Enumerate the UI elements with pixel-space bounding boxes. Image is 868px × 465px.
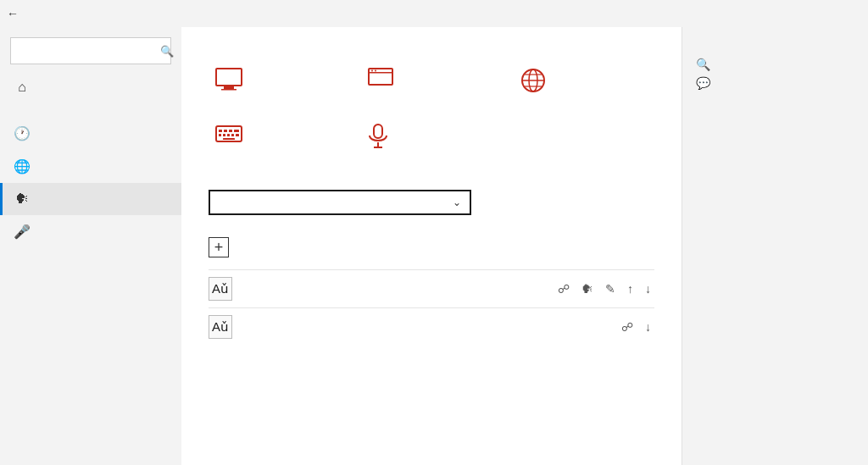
- extra-actions-section: 🔍 💬: [696, 58, 854, 90]
- tile-speech[interactable]: [361, 117, 497, 169]
- language-entry-english: Aǔ ☍ 🗣 ✎ ↑ ↓: [209, 269, 654, 307]
- svg-rect-19: [227, 134, 230, 136]
- feedback-icon: 💬: [696, 76, 710, 90]
- move-down-button-viet[interactable]: ↓: [642, 318, 654, 335]
- vietnamese-lang-actions: ☍ ↓: [618, 318, 654, 335]
- svg-rect-2: [221, 89, 236, 91]
- monitor-icon: [215, 68, 337, 97]
- options-button-viet[interactable]: ☍: [618, 318, 637, 335]
- window-icon: [368, 68, 490, 95]
- move-up-button[interactable]: ↑: [624, 280, 637, 297]
- english-lang-actions: ☍ 🗣 ✎ ↑ ↓: [554, 280, 654, 297]
- tile-apps-websites[interactable]: [361, 61, 497, 113]
- display-language-dropdown-wrapper: ⌄: [209, 190, 471, 215]
- svg-rect-17: [219, 134, 221, 136]
- display-language-dropdown[interactable]: ⌄: [209, 190, 471, 215]
- sidebar-search[interactable]: 🔍: [10, 37, 171, 64]
- tile-windows-display[interactable]: [209, 61, 344, 113]
- globe-icon: 🌐: [14, 158, 31, 174]
- title-bar-controls: [744, 0, 861, 27]
- svg-rect-5: [371, 70, 373, 72]
- chevron-down-icon: ⌄: [453, 197, 461, 208]
- home-icon: ⌂: [14, 80, 31, 95]
- sidebar-section-header: [0, 103, 181, 117]
- preferred-languages-section: + Aǔ ☍ 🗣 ✎ ↑ ↓ Aǔ ☍: [209, 232, 654, 346]
- language-entry-vietnamese: Aǔ ☍ ↓: [209, 307, 654, 346]
- svg-rect-23: [374, 125, 382, 138]
- close-button[interactable]: [822, 0, 861, 27]
- right-panel: 🔍 💬: [682, 27, 868, 465]
- restore-button[interactable]: [783, 0, 822, 27]
- speech-button[interactable]: 🗣: [578, 280, 597, 297]
- sidebar-item-home[interactable]: ⌂: [0, 71, 181, 103]
- tile-keyboard[interactable]: [209, 117, 344, 169]
- search-input[interactable]: [18, 45, 160, 58]
- options-button[interactable]: ☍: [554, 280, 573, 297]
- svg-rect-14: [224, 130, 227, 132]
- minimize-button[interactable]: [744, 0, 783, 27]
- title-bar: ←: [0, 0, 868, 27]
- svg-rect-15: [229, 130, 232, 132]
- speech-icon: 🎤: [14, 224, 31, 240]
- svg-rect-4: [369, 72, 392, 74]
- sidebar-item-language[interactable]: 🗣: [0, 183, 181, 215]
- svg-rect-21: [236, 134, 239, 136]
- add-language-button[interactable]: +: [209, 232, 654, 263]
- sidebar-item-datetime[interactable]: 🕐: [0, 117, 181, 150]
- svg-rect-1: [224, 86, 234, 89]
- svg-rect-22: [223, 138, 235, 140]
- sidebar-item-speech[interactable]: 🎤: [0, 215, 181, 248]
- main-content: ⌄ + Aǔ ☍ 🗣 ✎ ↑ ↓: [181, 27, 682, 465]
- get-help-item: 🔍: [696, 58, 854, 71]
- sidebar: 🔍 ⌂ 🕐 🌐 🗣 🎤: [0, 27, 181, 465]
- vietnamese-lang-icon: Aǔ: [209, 315, 232, 339]
- regional-icon: [520, 68, 643, 98]
- svg-rect-20: [231, 134, 234, 136]
- svg-rect-13: [219, 130, 222, 132]
- app-body: 🔍 ⌂ 🕐 🌐 🗣 🎤: [0, 27, 868, 465]
- svg-rect-0: [216, 69, 242, 86]
- language-icon: 🗣: [14, 191, 31, 207]
- tile-regional-format[interactable]: [514, 61, 649, 113]
- title-bar-left: ←: [7, 7, 25, 20]
- help-icon: 🔍: [696, 58, 710, 71]
- english-lang-icon: Aǔ: [209, 277, 232, 301]
- handwriting-button[interactable]: ✎: [602, 280, 619, 297]
- add-icon: +: [209, 237, 229, 257]
- tiles-grid: [209, 61, 654, 169]
- back-icon[interactable]: ←: [7, 7, 19, 20]
- svg-rect-18: [223, 134, 225, 136]
- clock-icon: 🕐: [14, 125, 31, 141]
- svg-rect-6: [375, 70, 376, 72]
- keyboard-icon: [215, 124, 337, 149]
- search-icon: 🔍: [160, 45, 174, 58]
- svg-rect-16: [234, 130, 239, 132]
- give-feedback-item: 💬: [696, 76, 854, 90]
- move-down-button[interactable]: ↓: [642, 280, 654, 297]
- microphone-icon: [368, 124, 490, 154]
- sidebar-item-region[interactable]: 🌐: [0, 150, 181, 183]
